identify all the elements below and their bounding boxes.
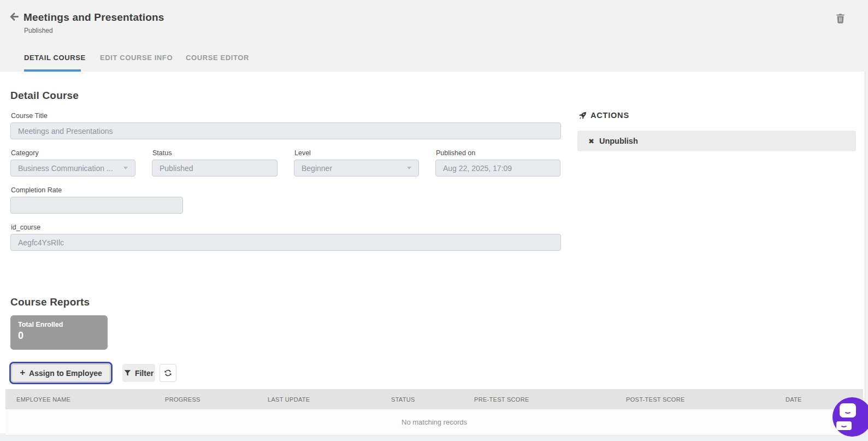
x-icon: ✖: [588, 137, 594, 145]
back-button[interactable]: [8, 11, 20, 23]
empty-table-message: No matching records: [5, 409, 863, 436]
page-right-gutter: [865, 72, 868, 433]
status-text: Published: [24, 27, 53, 34]
plus-icon: +: [20, 368, 25, 377]
level-value: Beginner: [302, 164, 332, 173]
category-value: Business Communication ...: [18, 164, 113, 173]
chat-bubble-icon: [840, 403, 856, 418]
published-on-input[interactable]: [435, 160, 560, 177]
empty-row: No matching records: [5, 409, 863, 436]
filter-label: Filter: [135, 369, 153, 378]
chevron-down-icon: [407, 167, 411, 169]
status-input[interactable]: [152, 160, 277, 177]
table-header-row: EMPLOYEE NAME PROGRESS LAST UPDATE STATU…: [5, 389, 863, 409]
total-enrolled-label: Total Enrolled: [18, 321, 100, 328]
trash-icon: [835, 13, 846, 23]
back-arrow-icon: [8, 11, 20, 23]
unpublish-button[interactable]: ✖ Unpublish: [577, 131, 856, 151]
filter-button[interactable]: Filter: [122, 364, 155, 382]
completion-rate-label: Completion Rate: [11, 186, 62, 194]
level-select[interactable]: Beginner: [294, 160, 419, 177]
col-post-test-score[interactable]: POST-TEST SCORE: [615, 389, 775, 409]
page-header: Meetings and Presentations Published DET…: [0, 0, 868, 72]
chat-bubble-small-icon: [836, 421, 852, 430]
col-last-update[interactable]: LAST UPDATE: [257, 389, 380, 409]
unpublish-label: Unpublish: [599, 137, 638, 145]
refresh-icon: [164, 369, 172, 377]
tab-course-editor[interactable]: COURSE EDITOR: [186, 54, 249, 62]
col-pre-test-score[interactable]: PRE-TEST SCORE: [463, 389, 615, 409]
chevron-down-icon: [123, 167, 128, 169]
status-label: Status: [152, 149, 172, 157]
assign-to-employee-label: Assign to Employee: [29, 369, 102, 378]
rocket-icon: [578, 111, 587, 120]
course-reports-heading: Course Reports: [10, 296, 90, 308]
col-employee-name[interactable]: EMPLOYEE NAME: [5, 389, 154, 409]
detail-course-heading: Detail Course: [10, 90, 79, 102]
actions-heading: ACTIONS: [578, 111, 629, 120]
assign-to-employee-button[interactable]: + Assign to Employee: [11, 364, 110, 382]
col-status[interactable]: STATUS: [380, 389, 463, 409]
chat-widget-button[interactable]: [832, 397, 868, 437]
actions-heading-label: ACTIONS: [591, 111, 629, 120]
course-title-input[interactable]: [10, 122, 561, 139]
category-select[interactable]: Business Communication ...: [10, 160, 135, 177]
page-title: Meetings and Presentations: [23, 11, 164, 23]
refresh-button[interactable]: [160, 364, 176, 382]
id-course-label: id_course: [11, 224, 40, 231]
completion-rate-input[interactable]: [10, 197, 183, 214]
course-reports-table: EMPLOYEE NAME PROGRESS LAST UPDATE STATU…: [5, 389, 863, 436]
level-label: Level: [294, 149, 311, 157]
delete-course-button[interactable]: [835, 13, 846, 24]
id-course-input[interactable]: [10, 234, 561, 251]
tab-edit-course-info[interactable]: EDIT COURSE INFO: [100, 54, 173, 62]
col-progress[interactable]: PROGRESS: [154, 389, 257, 409]
category-label: Category: [11, 149, 39, 157]
course-title-label: Course Title: [11, 112, 48, 120]
tab-detail-course[interactable]: DETAIL COURSE: [24, 54, 86, 62]
filter-icon: [124, 369, 131, 377]
smile-icon: [840, 422, 848, 427]
published-on-label: Published on: [436, 149, 475, 157]
total-enrolled-card: Total Enrolled 0: [10, 315, 108, 350]
total-enrolled-value: 0: [18, 330, 100, 342]
smile-icon: [844, 408, 852, 414]
